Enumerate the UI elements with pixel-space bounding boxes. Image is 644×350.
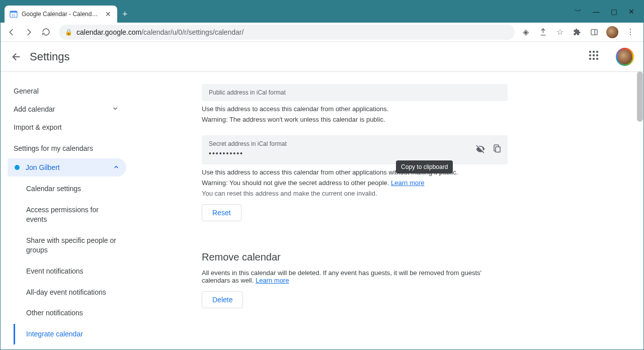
profile-avatar-small[interactable]: [606, 26, 618, 38]
secret-address-field[interactable]: Secret address in iCal format ••••••••••: [202, 135, 508, 164]
public-address-hint-2: Warning: The address won't work unless t…: [202, 116, 508, 123]
scrollbar-thumb[interactable]: [637, 71, 643, 122]
close-window-icon[interactable]: ✕: [628, 8, 634, 16]
hint-text: Warning: You should not give the secret …: [202, 179, 391, 187]
sidebar-sub-integrate-calendar[interactable]: Integrate calendar: [14, 324, 131, 345]
svg-text:21: 21: [12, 14, 16, 17]
remove-calendar-title: Remove calendar: [202, 251, 623, 263]
close-tab-icon[interactable]: ✕: [104, 10, 112, 18]
public-address-field[interactable]: Public address in iCal format: [202, 84, 508, 101]
maximize-icon[interactable]: ▢: [611, 8, 617, 16]
sidebar-sub-share[interactable]: Share with specific people or groups: [15, 230, 131, 261]
chrome-menu-icon[interactable]: ⋮: [625, 27, 635, 37]
url-path: /calendar/u/0/r/settings/calendar/: [141, 28, 244, 36]
field-label: Secret address in iCal format: [209, 140, 501, 147]
public-address-hint-1: Use this address to access this calendar…: [202, 105, 508, 113]
browser-toolbar: 🔒 calendar.google.com/calendar/u/0/r/set…: [1, 23, 643, 42]
reload-icon[interactable]: [39, 25, 53, 39]
remove-calendar-desc: All events in this calendar will be dele…: [202, 269, 508, 284]
sidebar-item-import-export[interactable]: Import & export: [1, 118, 131, 136]
main-content: Public address in iCal format Use this a…: [131, 72, 643, 349]
chevron-down-icon: [112, 105, 118, 113]
hint-text: All events in this calendar will be dele…: [202, 269, 481, 284]
sidebar-section-heading: Settings for my calendars: [1, 136, 131, 156]
google-apps-icon[interactable]: [589, 51, 601, 63]
settings-sidebar: General Add calendar Import & export Set…: [1, 72, 131, 349]
svg-rect-1: [10, 11, 17, 13]
svg-rect-5: [496, 147, 500, 152]
sidebar-item-general[interactable]: General: [1, 82, 131, 100]
svg-rect-3: [591, 29, 597, 35]
copy-icon[interactable]: [493, 144, 502, 156]
sidebar-sub-access-permissions[interactable]: Access permissions for events: [15, 200, 131, 230]
browser-titlebar: 21 Google Calendar - Calendar setti ✕ + …: [1, 1, 643, 23]
chevron-down-icon[interactable]: ﹀: [575, 7, 582, 16]
secret-hint-3: You can reset this address and make the …: [202, 190, 508, 197]
calendar-name-label: Jon Gilbert: [26, 163, 60, 171]
forward-icon[interactable]: [22, 25, 36, 39]
field-label: Public address in iCal format: [209, 89, 501, 96]
learn-more-link[interactable]: Learn more: [256, 277, 289, 284]
sidebar-sub-event-notifications[interactable]: Event notifications: [15, 261, 131, 282]
address-bar[interactable]: 🔒 calendar.google.com/calendar/u/0/r/set…: [59, 25, 515, 40]
account-avatar[interactable]: [616, 48, 633, 65]
extension-icon[interactable]: ◈: [521, 27, 531, 37]
window-controls: ﹀ — ▢ ✕: [575, 1, 643, 23]
copy-tooltip: Copy to clipboard: [396, 160, 453, 173]
url-domain: calendar.google.com: [76, 28, 141, 36]
back-icon[interactable]: [5, 25, 19, 39]
share-icon[interactable]: [538, 27, 548, 37]
delete-button[interactable]: Delete: [202, 291, 243, 308]
bookmark-icon[interactable]: ☆: [555, 27, 565, 37]
app-header: Settings: [1, 42, 643, 72]
sidebar-calendar-selected[interactable]: Jon Gilbert: [8, 158, 126, 177]
sidebar-sub-calendar-settings[interactable]: Calendar settings: [15, 179, 131, 200]
sidebar-sub-allday-notifications[interactable]: All-day event notifications: [15, 282, 131, 303]
secret-hint-2: Warning: You should not give the secret …: [202, 179, 508, 187]
sidepanel-icon[interactable]: [589, 27, 599, 37]
secret-hint-1: Use this address to access this calendar…: [202, 168, 508, 176]
secret-address-value: ••••••••••: [209, 149, 501, 157]
lock-icon: 🔒: [65, 29, 72, 36]
new-tab-button[interactable]: +: [122, 6, 128, 23]
chevron-up-icon: [113, 163, 119, 171]
sidebar-sub-other-notifications[interactable]: Other notifications: [15, 303, 131, 324]
sidebar-item-label: Add calendar: [14, 105, 55, 113]
calendar-favicon: 21: [10, 10, 18, 18]
browser-tab[interactable]: 21 Google Calendar - Calendar setti ✕: [5, 6, 117, 23]
tab-title: Google Calendar - Calendar setti: [22, 11, 100, 18]
learn-more-link[interactable]: Learn more: [391, 179, 424, 187]
visibility-off-icon[interactable]: [475, 144, 486, 156]
reset-button[interactable]: Reset: [202, 204, 242, 221]
sidebar-item-add-calendar[interactable]: Add calendar: [1, 100, 131, 118]
page-title: Settings: [30, 50, 70, 63]
calendar-color-dot: [15, 165, 20, 170]
minimize-icon[interactable]: —: [593, 8, 600, 16]
settings-back-icon[interactable]: [11, 51, 23, 63]
extensions-puzzle-icon[interactable]: [572, 27, 582, 37]
